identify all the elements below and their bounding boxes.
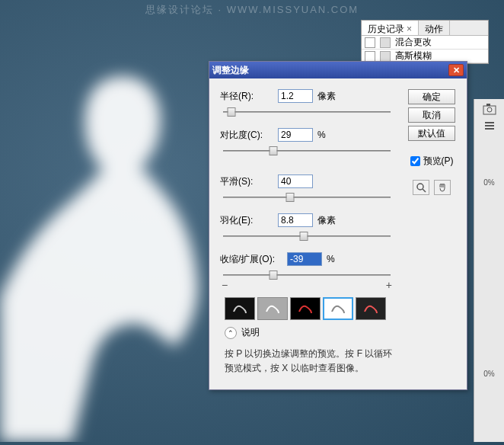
slider-thumb[interactable] xyxy=(286,193,295,202)
history-step-icon xyxy=(380,37,391,48)
hand-tool-icon[interactable] xyxy=(434,180,451,195)
ok-button[interactable]: 确定 xyxy=(408,89,455,104)
close-icon[interactable]: ✕ xyxy=(448,64,464,76)
preview-mode-black[interactable] xyxy=(290,297,321,320)
silhouette-figure xyxy=(0,46,213,442)
contrast-slider[interactable] xyxy=(223,144,391,159)
expand-label: 收缩/扩展(O): xyxy=(220,253,287,266)
svg-rect-2 xyxy=(486,104,490,106)
description-section: ⌃ 说明 按 P 以切换边缘调整的预览。按 F 以循环预览模式，按 X 以临时查… xyxy=(220,326,400,376)
dialog-title-bar[interactable]: 调整边缘 ✕ xyxy=(209,62,467,78)
svg-line-7 xyxy=(423,189,426,192)
preview-checkbox-label[interactable]: 预览(P) xyxy=(410,155,454,168)
preview-mode-standard[interactable] xyxy=(225,297,255,320)
feather-slider[interactable] xyxy=(223,229,391,245)
menu-icon[interactable] xyxy=(482,119,497,133)
slider-track xyxy=(223,274,391,276)
feather-label: 羽化(E): xyxy=(220,214,278,227)
side-docked-panels: 0% 0% xyxy=(474,99,504,442)
zoom-tool-icon[interactable] xyxy=(413,180,429,195)
tab-history[interactable]: 历史记录× xyxy=(362,21,419,35)
contrast-label: 对比度(C): xyxy=(220,129,278,142)
watermark-text: 思缘设计论坛 · WWW.MISSYUAN.COM xyxy=(145,3,359,17)
default-button[interactable]: 默认值 xyxy=(408,126,455,141)
zoom-readout: 0% xyxy=(474,178,504,187)
preview-mode-white[interactable] xyxy=(323,297,353,320)
dialog-title: 调整边缘 xyxy=(212,64,249,77)
preview-mode-mask[interactable] xyxy=(257,297,288,320)
slider-track xyxy=(223,150,391,152)
minus-icon: − xyxy=(222,279,228,291)
slider-thumb[interactable] xyxy=(270,271,278,280)
zoom-readout: 0% xyxy=(474,370,504,378)
smooth-label: 平滑(S): xyxy=(220,175,278,188)
radius-input[interactable] xyxy=(278,89,313,103)
history-item-label: 混合更改 xyxy=(395,36,432,49)
preview-mode-overlay[interactable] xyxy=(356,297,386,320)
history-visibility-icon[interactable] xyxy=(365,51,375,62)
camera-icon[interactable] xyxy=(482,102,497,116)
tab-actions[interactable]: 动作 xyxy=(419,21,450,35)
feather-input[interactable] xyxy=(278,213,313,227)
feather-unit: 像素 xyxy=(317,214,336,227)
preview-label-text: 预览(P) xyxy=(423,155,454,168)
expand-slider[interactable]: − + xyxy=(223,268,391,283)
slider-track xyxy=(223,111,391,113)
slider-thumb[interactable] xyxy=(299,232,308,241)
description-text: 按 P 以切换边缘调整的预览。按 F 以循环预览模式，按 X 以临时查看图像。 xyxy=(220,347,400,376)
contrast-unit: % xyxy=(317,130,326,140)
contrast-input[interactable] xyxy=(278,128,313,142)
radius-slider[interactable] xyxy=(223,105,391,120)
history-items: 混合更改 高斯模糊 xyxy=(362,36,488,63)
history-step-icon xyxy=(380,51,391,62)
smooth-slider[interactable] xyxy=(223,190,391,206)
expand-input[interactable] xyxy=(287,252,322,266)
description-toggle-icon[interactable]: ⌃ xyxy=(225,327,237,339)
slider-thumb[interactable] xyxy=(270,146,278,155)
refine-edge-dialog: 调整边缘 ✕ 半径(R): 像素 对比度(C): % xyxy=(209,61,467,390)
smooth-input[interactable] xyxy=(278,174,313,188)
history-panel: 历史记录× 动作 混合更改 高斯模糊 xyxy=(361,20,489,64)
expand-unit: % xyxy=(327,254,335,264)
history-row[interactable]: 混合更改 xyxy=(362,36,488,50)
slider-thumb[interactable] xyxy=(228,107,236,117)
svg-point-1 xyxy=(487,107,492,112)
radius-unit: 像素 xyxy=(317,90,336,103)
history-visibility-icon[interactable] xyxy=(365,37,375,48)
preview-checkbox[interactable] xyxy=(410,156,420,166)
description-title: 说明 xyxy=(241,326,260,339)
history-tabs: 历史记录× 动作 xyxy=(362,21,488,36)
tab-close-icon[interactable]: × xyxy=(407,24,412,34)
cancel-button[interactable]: 取消 xyxy=(408,107,455,123)
plus-icon: + xyxy=(386,279,392,291)
preview-mode-swatches xyxy=(225,297,400,320)
slider-track xyxy=(223,197,391,198)
svg-point-6 xyxy=(417,184,423,190)
radius-label: 半径(R): xyxy=(220,90,278,103)
